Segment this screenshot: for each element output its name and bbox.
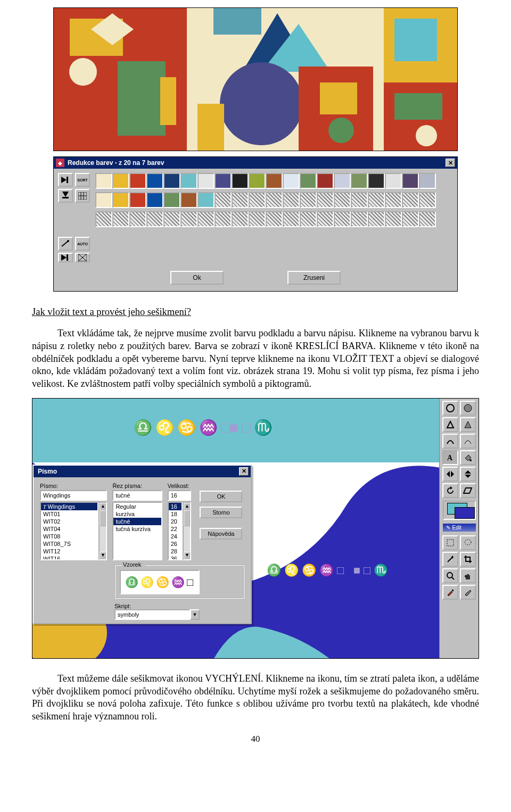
palette-swatch[interactable] (215, 192, 232, 208)
palette-swatch[interactable] (180, 211, 197, 227)
ok-button[interactable]: Ok (170, 271, 224, 285)
palette-swatch[interactable] (300, 211, 317, 227)
list-item[interactable]: 22 (169, 525, 182, 533)
script-combo[interactable]: symboly ▼ (114, 609, 200, 620)
list-item[interactable]: WIT16 (41, 555, 97, 560)
palette-swatch[interactable] (232, 173, 249, 189)
palette-swatch[interactable] (112, 192, 129, 208)
list-item[interactable]: WIT01 (41, 510, 97, 518)
list-item[interactable]: Regular (113, 503, 161, 510)
eyedrop-tool-icon[interactable] (442, 585, 458, 600)
list-item[interactable]: kurzíva (113, 510, 161, 518)
scrollbar[interactable]: ▲▼ (98, 502, 107, 560)
cross-grid-button[interactable] (75, 253, 90, 262)
crop-tool-icon[interactable] (460, 552, 476, 567)
list-item[interactable]: 20 (169, 518, 182, 525)
palette-swatch[interactable] (419, 173, 436, 189)
palette-swatch[interactable] (215, 211, 232, 227)
size-field-input[interactable]: 16 (168, 490, 192, 501)
sort-button[interactable]: SORT (75, 173, 90, 187)
cancel-button[interactable]: Zruseni (287, 271, 341, 285)
font-field-input[interactable]: Wingdings (40, 490, 107, 501)
palette-swatch[interactable] (197, 192, 215, 208)
palette-swatch[interactable] (95, 211, 112, 227)
list-item[interactable]: 18 (169, 510, 182, 518)
palette-swatch[interactable] (334, 211, 351, 227)
palette-swatch[interactable] (197, 211, 215, 227)
grid-button[interactable] (75, 189, 90, 203)
scrollbar[interactable]: ▲▼ (183, 502, 191, 560)
palette-swatch[interactable] (129, 211, 146, 227)
palette-swatch[interactable] (402, 173, 419, 189)
palette-swatch[interactable] (266, 173, 283, 189)
palette-swatch[interactable] (419, 211, 436, 227)
list-item[interactable]: tučná kurzíva (113, 525, 161, 533)
palette-swatch[interactable] (180, 192, 197, 208)
style-listbox[interactable]: Regularkurzívatučnétučná kurzíva (112, 502, 162, 560)
list-item[interactable]: 24 (169, 533, 182, 540)
palette-swatch[interactable] (283, 173, 300, 189)
arrow-right-button-2[interactable] (58, 253, 73, 262)
font-dialog-close-button[interactable]: ✕ (239, 467, 249, 476)
arrow-right-button[interactable] (58, 173, 73, 187)
palette-swatch[interactable] (232, 211, 249, 227)
palette-swatch[interactable] (95, 173, 112, 189)
palette-swatch[interactable] (249, 173, 266, 189)
palette-swatch[interactable] (163, 192, 180, 208)
palette-swatch[interactable] (283, 192, 300, 208)
palette-swatch[interactable] (385, 211, 402, 227)
palette-swatch[interactable] (249, 192, 266, 208)
close-button[interactable]: ✕ (446, 159, 455, 167)
flip-h-tool-icon[interactable] (442, 467, 458, 482)
palette-swatch[interactable] (129, 173, 146, 189)
font-listbox[interactable]: TWingdingsWIT01WIT02WIT04WIT08WIT08_7SWI… (40, 502, 98, 560)
palette-swatch[interactable] (334, 192, 351, 208)
list-item[interactable]: 36 (169, 555, 182, 560)
filled-circle-tool-icon[interactable] (460, 401, 476, 416)
auto-button[interactable]: AUTO (75, 237, 90, 251)
list-item[interactable]: WIT02 (41, 518, 97, 525)
flip-v-tool-icon[interactable] (460, 467, 476, 482)
palette-swatch[interactable] (300, 173, 317, 189)
font-help-button[interactable]: Nápověda (200, 528, 242, 540)
palette-swatch[interactable] (317, 192, 334, 208)
font-ok-button[interactable]: OK (200, 491, 242, 502)
style-field-input[interactable]: tučné (112, 490, 162, 501)
zoom-tool-icon[interactable] (442, 568, 458, 583)
wand-tool-icon[interactable] (442, 552, 458, 567)
palette-swatch[interactable] (351, 211, 368, 227)
hand-tool-icon[interactable] (460, 568, 476, 583)
palette-swatch[interactable] (317, 173, 334, 189)
palette-swatch[interactable] (249, 211, 266, 227)
brush-tool-icon[interactable] (460, 585, 476, 600)
curve-tool-icon[interactable] (442, 434, 458, 449)
palette-swatch[interactable] (232, 192, 249, 208)
palette-swatch[interactable] (368, 173, 385, 189)
palette-swatch[interactable] (163, 173, 180, 189)
palette-swatch[interactable] (300, 192, 317, 208)
filled-polygon-tool-icon[interactable] (460, 417, 476, 432)
palette-swatch[interactable] (266, 192, 283, 208)
size-listbox[interactable]: 1618202224262836 (168, 502, 183, 560)
arc-tool-icon[interactable] (460, 434, 476, 449)
select-tool-icon[interactable] (442, 535, 458, 550)
palette-swatch[interactable] (215, 173, 232, 189)
list-item[interactable]: TWingdings (41, 503, 97, 510)
palette-swatch[interactable] (385, 173, 402, 189)
palette-swatch[interactable] (283, 211, 300, 227)
circle-tool-icon[interactable] (442, 401, 458, 416)
palette-swatch[interactable] (368, 192, 385, 208)
palette-swatch[interactable] (419, 192, 436, 208)
palette-swatch[interactable] (112, 173, 129, 189)
palette-swatch[interactable] (95, 192, 112, 208)
font-cancel-button[interactable]: Storno (200, 507, 242, 518)
palette-swatch[interactable] (402, 211, 419, 227)
list-item[interactable]: WIT08 (41, 533, 97, 540)
skew-tool-icon[interactable] (460, 483, 476, 498)
list-item[interactable]: WIT12 (41, 548, 97, 555)
polygon-tool-icon[interactable] (442, 417, 458, 432)
color-preview[interactable] (443, 501, 476, 520)
palette-swatch[interactable] (385, 192, 402, 208)
lasso-tool-icon[interactable] (460, 535, 476, 550)
palette-swatch[interactable] (317, 211, 334, 227)
